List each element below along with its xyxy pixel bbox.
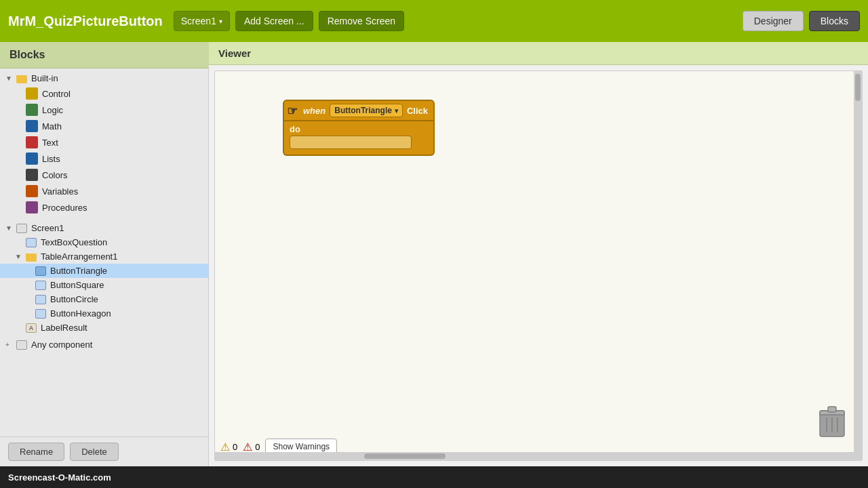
cursor-hand-icon: ☞ [287,104,298,119]
procedures-label: Procedures [42,203,87,213]
toggle-icon: ▼ [5,75,15,82]
buttonhexagon-icon [35,309,46,319]
screen1-label: Screen1 [31,223,64,233]
component-dropdown[interactable]: ButtonTriangle [330,104,403,117]
sidebar-item-control[interactable]: Control [0,85,208,102]
sidebar-item-buttoncircle[interactable]: ButtonCircle [0,292,208,306]
labelresult-icon: A [26,323,37,333]
sidebar-item-math[interactable]: Math [0,118,208,134]
buttoncircle-icon [35,295,46,304]
red-warning-icon: ⚠ [243,441,252,453]
sidebar-item-procedures[interactable]: Procedures [0,199,208,216]
screen1-icon [16,224,27,233]
logic-label: Logic [42,105,63,115]
buttontriangle-icon [35,266,46,276]
labelresult-label: LabelResult [41,323,87,333]
svg-rect-2 [828,407,836,412]
screen1-section: ▼ Screen1 TextBoxQuestion ▼ TableArrange… [0,218,208,338]
sidebar-item-lists[interactable]: Lists [0,150,208,167]
yellow-count: 0 [233,442,237,452]
do-label: do [290,124,300,134]
yellow-warning: ⚠ 0 [220,441,237,453]
sidebar-bottom: Rename Delete [0,436,208,466]
text-label: Text [42,138,58,148]
red-warning: ⚠ 0 [243,441,260,453]
sidebar-item-labelresult[interactable]: A LabelResult [0,321,208,335]
viewer-area: Viewer ☞ when ButtonTriangle Click do [209,42,868,466]
math-icon [26,120,38,132]
textboxquestion-label: TextBoxQuestion [41,237,107,247]
delete-button[interactable]: Delete [70,443,119,461]
buttoncircle-label: ButtonCircle [50,294,98,304]
when-label: when [303,106,326,116]
app-title: MrM_QuizPictureButton [8,14,163,29]
sidebar-item-anycomponent[interactable]: + Any component [0,338,208,352]
block-when: ☞ when ButtonTriangle Click [283,100,435,121]
viewer-scrollbar[interactable] [854,71,862,460]
sidebar-item-textboxquestion[interactable]: TextBoxQuestion [0,235,208,249]
red-count: 0 [255,442,260,452]
scrollbar-thumb [855,74,861,101]
colors-icon [26,169,38,181]
logic-icon [26,104,38,116]
yellow-warning-icon: ⚠ [220,441,230,453]
block-inner [290,136,412,149]
buttonsquare-label: ButtonSquare [50,280,104,290]
sidebar-item-logic[interactable]: Logic [0,102,208,118]
bottombar: Screencast-O-Matic.com [0,466,868,488]
sidebar-item-tablearrangement[interactable]: ▼ TableArrangement1 [0,249,208,264]
textbox-icon [26,238,37,247]
rename-button[interactable]: Rename [8,443,64,461]
builtin-label: Built-in [31,73,58,83]
builtin-toggle[interactable]: ▼ Built-in [0,71,208,85]
block-do: do [283,121,435,156]
remove-screen-button[interactable]: Remove Screen [319,11,404,31]
math-label: Math [42,121,62,131]
trash-icon[interactable] [816,403,848,447]
hscrollbar-thumb [364,453,446,459]
sidebar: Blocks ▼ Built-in Control Logic Math [0,42,209,466]
block-container[interactable]: ☞ when ButtonTriangle Click do [283,100,435,156]
folder-open-icon [16,75,27,83]
add-screen-button[interactable]: Add Screen ... [235,11,313,31]
viewer-canvas[interactable]: ☞ when ButtonTriangle Click do ⚠ 0 [214,70,863,461]
variables-label: Variables [42,186,78,197]
colors-label: Colors [42,170,68,180]
viewer-header: Viewer [209,42,868,65]
lists-label: Lists [42,154,60,164]
screen-dropdown[interactable]: Screen1 [174,11,230,31]
component-name: ButtonTriangle [334,106,392,115]
anycomponent-icon [16,340,27,350]
event-label: Click [407,106,428,116]
anycomponent-label: Any component [31,340,92,350]
sidebar-item-text[interactable]: Text [0,134,208,150]
sidebar-item-buttontriangle[interactable]: ButtonTriangle [0,264,208,278]
procedures-icon [26,201,38,214]
topbar: MrM_QuizPictureButton Screen1 Add Screen… [0,0,868,42]
text-icon [26,136,38,148]
screen1-toggle[interactable]: ▼ Screen1 [0,221,208,235]
blocks-button[interactable]: Blocks [809,11,860,31]
sidebar-item-buttonsquare[interactable]: ButtonSquare [0,278,208,292]
tablearrangement-label: TableArrangement1 [41,251,117,262]
sidebar-item-buttonhexagon[interactable]: ButtonHexagon [0,306,208,321]
buttontriangle-label: ButtonTriangle [50,266,107,276]
viewer-hscrollbar[interactable] [215,452,854,460]
buttonsquare-icon [35,281,46,290]
sidebar-item-variables[interactable]: Variables [0,183,208,199]
sidebar-header: Blocks [0,42,208,68]
variables-icon [26,185,38,197]
screencast-watermark: Screencast-O-Matic.com [8,472,111,483]
main-area: Blocks ▼ Built-in Control Logic Math [0,42,868,466]
lists-icon [26,152,38,165]
control-icon [26,87,38,100]
buttonhexagon-label: ButtonHexagon [50,308,111,319]
designer-button[interactable]: Designer [743,11,804,31]
control-label: Control [42,89,71,99]
tablearrangement-icon [26,253,37,262]
builtin-section: ▼ Built-in Control Logic Math [0,68,208,218]
sidebar-item-colors[interactable]: Colors [0,167,208,183]
